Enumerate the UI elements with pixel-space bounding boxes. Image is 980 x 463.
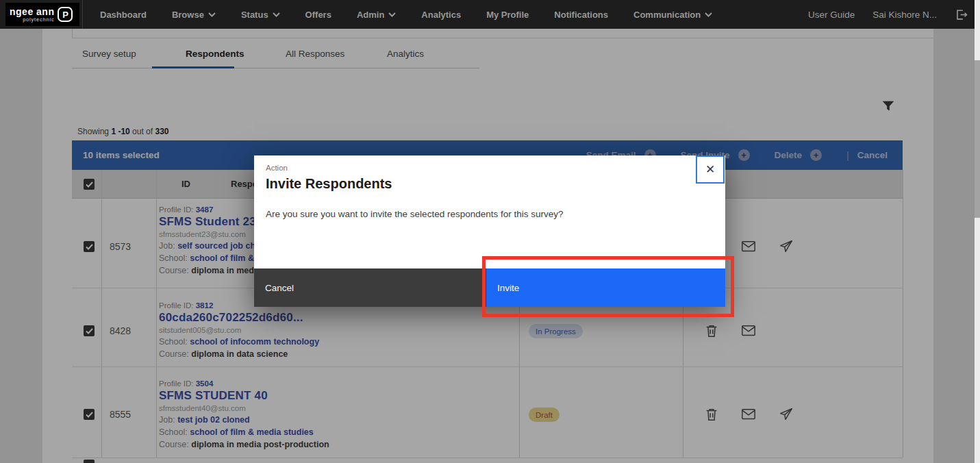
dialog-eyebrow: Action: [266, 164, 288, 172]
nav-dashboard[interactable]: Dashboard: [100, 10, 147, 20]
page-scrollbar[interactable]: [975, 0, 980, 463]
user-name[interactable]: Sai Kishore N...: [872, 10, 937, 20]
navbar-menu: Dashboard Browse Status Offers Admin Ana…: [100, 0, 712, 29]
brand-logo-text: ngee ann polytechnic: [10, 7, 54, 23]
user-guide-link[interactable]: User Guide: [808, 10, 855, 20]
invite-respondents-dialog: Action Invite Respondents Are you sure y…: [254, 155, 725, 307]
dialog-message: Are you sure you want to invite the sele…: [266, 209, 564, 219]
nav-admin[interactable]: Admin: [357, 10, 396, 20]
chevron-down-icon: [273, 12, 280, 17]
chevron-down-icon: [388, 12, 396, 17]
dialog-title: Invite Respondents: [266, 176, 392, 192]
dialog-close-button[interactable]: ✕: [696, 155, 725, 184]
chevron-down-icon: [208, 12, 216, 17]
nav-analytics[interactable]: Analytics: [421, 10, 461, 20]
close-icon: ✕: [705, 162, 715, 177]
nav-browse[interactable]: Browse: [172, 10, 216, 20]
nav-status[interactable]: Status: [241, 10, 280, 20]
top-navbar: ngee ann polytechnic P Dashboard Browse …: [0, 0, 980, 29]
nav-my-profile[interactable]: My Profile: [486, 10, 529, 20]
nav-notifications[interactable]: Notifications: [554, 10, 608, 20]
brand-logo[interactable]: ngee ann polytechnic P: [5, 3, 79, 26]
brand-subname: polytechnic: [23, 17, 54, 23]
dialog-invite-button[interactable]: Invite: [486, 268, 725, 307]
dialog-cancel-button[interactable]: Cancel: [254, 268, 486, 307]
navbar-divider: [82, 0, 83, 29]
brand-name: ngee ann: [10, 7, 54, 16]
chevron-down-icon: [705, 12, 712, 17]
logout-icon[interactable]: [955, 8, 968, 21]
nav-communication[interactable]: Communication: [633, 10, 712, 20]
navbar-right: User Guide Sai Kishore N...: [808, 0, 968, 29]
nav-offers[interactable]: Offers: [305, 10, 331, 20]
brand-logo-icon: P: [58, 7, 73, 22]
scrollbar-thumb[interactable]: [975, 60, 980, 218]
